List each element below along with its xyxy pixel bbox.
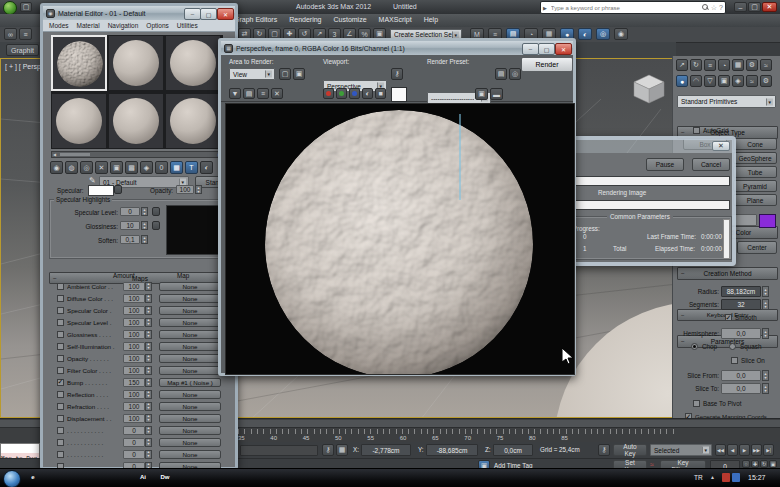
dialog-close-icon[interactable]: ✕ (712, 141, 730, 151)
pause-button[interactable]: Pause (646, 158, 684, 171)
map-button[interactable]: None (159, 306, 221, 315)
search-icon[interactable] (702, 4, 709, 11)
render-window-titlebar[interactable]: ▦ Perspective, frame 0, RGBA Color 16 Bi… (221, 41, 573, 55)
map-amount-spinner[interactable] (145, 402, 152, 411)
map-amount-spinner[interactable] (145, 414, 152, 423)
x-field[interactable]: -2,778cm (361, 444, 411, 456)
specular-level-map-button[interactable] (152, 207, 160, 216)
panel-tab-icon[interactable]: ≈ (760, 59, 772, 71)
search-box[interactable]: ▶ ☆ ? (540, 1, 726, 14)
panel-subtab-icon[interactable]: ⚙ (760, 75, 772, 87)
category-dropdown[interactable]: Standard Primitives (677, 95, 776, 108)
maximize-button[interactable]: ▢ (748, 2, 761, 12)
map-amount-field[interactable]: 100 (123, 294, 145, 303)
me-toolbar-icon[interactable]: ◐ (200, 161, 213, 174)
object-color-swatch[interactable] (759, 214, 776, 228)
rfw-toolbar-icon[interactable]: ✕ (271, 88, 283, 99)
menu-item[interactable]: Help (424, 16, 438, 23)
map-button[interactable]: Map #1 ( Noise ) (159, 378, 221, 387)
me-toolbar-icon[interactable]: 0 (155, 161, 168, 174)
map-enable-checkbox[interactable] (57, 307, 64, 314)
map-amount-spinner[interactable] (145, 378, 152, 387)
search-input[interactable] (549, 4, 702, 12)
playback-icon[interactable]: ▶| (763, 444, 774, 456)
map-enable-checkbox[interactable] (57, 295, 64, 302)
nav-icon[interactable]: ↻ (760, 460, 768, 468)
menu-item[interactable]: Customize (334, 16, 367, 23)
selection-lock-icon[interactable]: ⚷ (322, 444, 334, 456)
map-button[interactable]: None (159, 366, 221, 375)
taskbar-app-icon[interactable] (202, 471, 216, 483)
primitive-button[interactable]: GeoSphere (733, 152, 777, 164)
soften-field[interactable]: 0,1 (120, 235, 140, 244)
minimize-button[interactable]: – (734, 2, 747, 12)
map-enable-checkbox[interactable] (57, 283, 64, 290)
me-menu-item[interactable]: Utilities (177, 22, 198, 29)
map-enable-checkbox[interactable] (57, 427, 64, 434)
specular-map-button[interactable] (114, 185, 122, 194)
map-amount-field[interactable]: 0 (123, 450, 145, 459)
slots-hscrollbar[interactable]: ◀ ▶ (51, 151, 223, 158)
me-menu-item[interactable]: Options (146, 22, 168, 29)
me-minimize-button[interactable]: – (184, 8, 201, 20)
map-button[interactable]: None (159, 342, 221, 351)
center-button[interactable]: Center (737, 241, 777, 254)
red-channel-icon[interactable] (323, 88, 334, 99)
creation-method-rollout[interactable]: Creation Method (677, 267, 778, 280)
map-enable-checkbox[interactable] (57, 415, 64, 422)
viewport-lock-icon[interactable]: ⚷ (391, 68, 403, 80)
ribbon-tab-graphite[interactable]: Graphit (6, 44, 39, 56)
taskbar-app-icon[interactable] (92, 471, 106, 483)
radius-field[interactable]: 88,182cm (721, 286, 761, 297)
selection-dropdown[interactable]: Selected (650, 444, 712, 456)
rfw-close-button[interactable]: ✕ (555, 43, 572, 55)
dialog-scrollbar[interactable] (723, 219, 730, 259)
sample-slot[interactable] (165, 93, 221, 149)
smooth-checkbox[interactable] (725, 314, 732, 321)
me-toolbar-icon[interactable]: T (185, 161, 198, 174)
nav-icon[interactable]: ✚ (751, 460, 759, 468)
taskbar-app-icon[interactable]: Dw (158, 471, 172, 483)
slice-to-field[interactable]: 0,0 (721, 383, 761, 394)
hemisphere-spinner[interactable] (762, 328, 769, 339)
map-button[interactable]: None (159, 318, 221, 327)
map-button[interactable]: None (159, 450, 221, 459)
map-amount-field[interactable]: 100 (123, 402, 145, 411)
me-menu-item[interactable]: Material (77, 22, 100, 29)
map-amount-spinner[interactable] (145, 282, 152, 291)
me-toolbar-icon[interactable]: ▩ (125, 161, 138, 174)
me-toolbar-icon[interactable]: ✕ (95, 161, 108, 174)
me-menu-item[interactable]: Navigation (108, 22, 139, 29)
map-amount-field[interactable]: 100 (123, 282, 145, 291)
panel-subtab-icon[interactable]: ≈ (746, 75, 758, 87)
me-toolbar-icon[interactable]: ◈ (140, 161, 153, 174)
key-mode-icon[interactable]: ≈ (650, 461, 654, 468)
panel-subtab-icon[interactable]: ▣ (718, 75, 730, 87)
toolbar-icon[interactable]: ◎ (596, 28, 610, 40)
map-amount-spinner[interactable] (145, 294, 152, 303)
sample-slot[interactable] (51, 93, 107, 149)
panel-tab-icon[interactable]: ≡ (704, 59, 716, 71)
mono-channel-icon[interactable]: ◐ (362, 88, 373, 99)
specular-level-spinner[interactable] (141, 207, 148, 216)
specular-swatch[interactable] (88, 185, 114, 196)
auto-region-icon[interactable]: ▣ (293, 68, 305, 80)
map-button[interactable]: None (159, 294, 221, 303)
map-enable-checkbox[interactable] (57, 391, 64, 398)
new-scene-icon[interactable]: ▢ (20, 2, 32, 12)
map-enable-checkbox[interactable] (57, 367, 64, 374)
panel-subtab-icon[interactable]: ◠ (690, 75, 702, 87)
panel-subtab-icon[interactable]: ▽ (704, 75, 716, 87)
map-amount-field[interactable]: 100 (123, 354, 145, 363)
map-amount-field[interactable]: 100 (123, 306, 145, 315)
toolbar-icon[interactable]: ≡ (19, 28, 32, 40)
me-maximize-button[interactable]: ▢ (200, 8, 217, 20)
layout-toggle-icon[interactable]: ▣ (475, 88, 488, 100)
map-enable-checkbox[interactable] (57, 319, 64, 326)
map-amount-spinner[interactable] (145, 450, 152, 459)
tray-icon-red[interactable] (722, 473, 730, 482)
chop-radio[interactable] (691, 343, 698, 350)
blue-channel-icon[interactable] (349, 88, 360, 99)
panel-tab-icon[interactable]: ↗ (676, 59, 688, 71)
map-amount-field[interactable]: 100 (123, 318, 145, 327)
